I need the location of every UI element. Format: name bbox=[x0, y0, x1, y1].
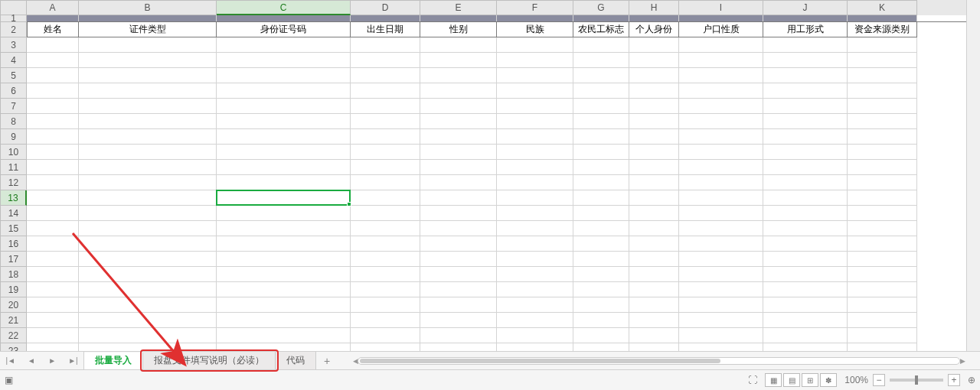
cell-G17[interactable] bbox=[573, 252, 629, 267]
expand-icon[interactable]: ⛶ bbox=[748, 375, 757, 385]
cell-F8[interactable] bbox=[497, 114, 573, 129]
cell-I8[interactable] bbox=[679, 114, 763, 129]
cell-D8[interactable] bbox=[351, 114, 420, 129]
cell-B17[interactable] bbox=[79, 252, 217, 267]
add-sheet-button[interactable]: + bbox=[316, 352, 338, 369]
cell-A12[interactable] bbox=[27, 175, 79, 190]
cell-J9[interactable] bbox=[763, 129, 848, 145]
cell-I11[interactable] bbox=[679, 160, 763, 175]
cell-C13[interactable] bbox=[217, 190, 351, 206]
row-header-17[interactable]: 17 bbox=[0, 252, 27, 267]
cell-F16[interactable] bbox=[497, 236, 573, 252]
row-header-2[interactable]: 2 bbox=[0, 22, 27, 37]
cell-E8[interactable] bbox=[420, 114, 497, 129]
cell-F6[interactable] bbox=[497, 83, 573, 99]
cell-F21[interactable] bbox=[497, 313, 573, 328]
cell-A20[interactable] bbox=[27, 297, 79, 313]
cell-C12[interactable] bbox=[217, 175, 351, 190]
cell-H4[interactable] bbox=[629, 53, 679, 68]
view-page-button[interactable]: ▤ bbox=[783, 373, 800, 387]
cell-G14[interactable] bbox=[573, 206, 629, 221]
cell-D12[interactable] bbox=[351, 175, 420, 190]
cell-B18[interactable] bbox=[79, 267, 217, 282]
cell-B9[interactable] bbox=[79, 129, 217, 145]
cell-D17[interactable] bbox=[351, 252, 420, 267]
row-header-19[interactable]: 19 bbox=[0, 282, 27, 297]
zoom-slider-thumb[interactable] bbox=[915, 375, 918, 385]
cell-K15[interactable] bbox=[848, 221, 917, 236]
cell-D2[interactable]: 出生日期 bbox=[351, 22, 420, 37]
side-panel-toggle[interactable]: ⊕ bbox=[968, 375, 975, 385]
hscroll-thumb[interactable] bbox=[360, 359, 720, 363]
cell-D9[interactable] bbox=[351, 129, 420, 145]
cell-E9[interactable] bbox=[420, 129, 497, 145]
column-header-D[interactable]: D bbox=[351, 0, 420, 15]
cell-H17[interactable] bbox=[629, 252, 679, 267]
cell-J8[interactable] bbox=[763, 114, 848, 129]
view-normal-button[interactable]: ▦ bbox=[765, 373, 782, 387]
cell-J12[interactable] bbox=[763, 175, 848, 190]
cell-K21[interactable] bbox=[848, 313, 917, 328]
cell-E17[interactable] bbox=[420, 252, 497, 267]
cell-G16[interactable] bbox=[573, 236, 629, 252]
cell-H9[interactable] bbox=[629, 129, 679, 145]
column-header-E[interactable]: E bbox=[420, 0, 497, 15]
column-header-J[interactable]: J bbox=[763, 0, 848, 15]
cell-H20[interactable] bbox=[629, 297, 679, 313]
cell-H21[interactable] bbox=[629, 313, 679, 328]
cell-H12[interactable] bbox=[629, 175, 679, 190]
cell-B4[interactable] bbox=[79, 53, 217, 68]
cell-E15[interactable] bbox=[420, 221, 497, 236]
cell-C5[interactable] bbox=[217, 68, 351, 83]
cell-B3[interactable] bbox=[79, 37, 217, 53]
cell-G2[interactable]: 农民工标志 bbox=[573, 22, 629, 37]
cell-K17[interactable] bbox=[848, 252, 917, 267]
cell-F14[interactable] bbox=[497, 206, 573, 221]
cell-E16[interactable] bbox=[420, 236, 497, 252]
record-icon[interactable]: ▣ bbox=[5, 375, 13, 385]
cell-C19[interactable] bbox=[217, 282, 351, 297]
cell-G12[interactable] bbox=[573, 175, 629, 190]
sheet-tab-code[interactable]: 代码 bbox=[276, 352, 316, 369]
cell-A18[interactable] bbox=[27, 267, 79, 282]
cell-A22[interactable] bbox=[27, 328, 79, 343]
cell-F3[interactable] bbox=[497, 37, 573, 53]
cell-J6[interactable] bbox=[763, 83, 848, 99]
cell-E6[interactable] bbox=[420, 83, 497, 99]
row-header-20[interactable]: 20 bbox=[0, 297, 27, 313]
row-header-11[interactable]: 11 bbox=[0, 160, 27, 175]
cell-D6[interactable] bbox=[351, 83, 420, 99]
row-header-22[interactable]: 22 bbox=[0, 328, 27, 343]
column-header-I[interactable]: I bbox=[679, 0, 763, 15]
view-break-button[interactable]: ⊞ bbox=[802, 373, 818, 387]
column-header-K[interactable]: K bbox=[848, 0, 917, 15]
cell-B8[interactable] bbox=[79, 114, 217, 129]
cell-B20[interactable] bbox=[79, 297, 217, 313]
cell-A2[interactable]: 姓名 bbox=[27, 22, 79, 37]
cell-B5[interactable] bbox=[79, 68, 217, 83]
cell-B11[interactable] bbox=[79, 160, 217, 175]
zoom-in-button[interactable]: + bbox=[948, 374, 960, 386]
cell-I17[interactable] bbox=[679, 252, 763, 267]
cell-G9[interactable] bbox=[573, 129, 629, 145]
cell-G5[interactable] bbox=[573, 68, 629, 83]
cell-D15[interactable] bbox=[351, 221, 420, 236]
cell-F19[interactable] bbox=[497, 282, 573, 297]
cell-K9[interactable] bbox=[848, 129, 917, 145]
cell-D10[interactable] bbox=[351, 145, 420, 160]
cell-K13[interactable] bbox=[848, 190, 917, 206]
cell-grid[interactable]: 姓名证件类型身份证号码出生日期性别民族农民工标志个人身份户口性质用工形式资金来源… bbox=[27, 15, 966, 374]
cell-H11[interactable] bbox=[629, 160, 679, 175]
cell-E18[interactable] bbox=[420, 267, 497, 282]
zoom-slider[interactable] bbox=[890, 379, 943, 382]
cell-E12[interactable] bbox=[420, 175, 497, 190]
cell-H6[interactable] bbox=[629, 83, 679, 99]
row-header-6[interactable]: 6 bbox=[0, 83, 27, 99]
cell-J22[interactable] bbox=[763, 328, 848, 343]
cell-H7[interactable] bbox=[629, 99, 679, 114]
cell-G7[interactable] bbox=[573, 99, 629, 114]
cell-I3[interactable] bbox=[679, 37, 763, 53]
cell-A14[interactable] bbox=[27, 206, 79, 221]
cell-A17[interactable] bbox=[27, 252, 79, 267]
cell-B16[interactable] bbox=[79, 236, 217, 252]
